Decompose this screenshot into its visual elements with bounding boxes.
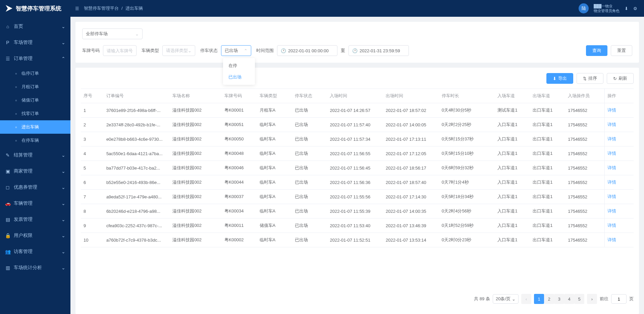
nav-icon: ✎ [5, 152, 10, 158]
detail-link[interactable]: 详情 [607, 208, 616, 213]
sidebar-item-2[interactable]: ☰订单管理⌃ [0, 51, 70, 67]
sidebar-item-6[interactable]: 🚗车辆管理⌄ [0, 195, 70, 211]
download-icon[interactable]: ⬇ [625, 6, 628, 11]
parking-lot-select[interactable]: 全部停车场⌄ [82, 28, 143, 39]
detail-link[interactable]: 详情 [607, 136, 616, 141]
nav-icon: 👥 [5, 249, 10, 254]
user-avatar[interactable]: 陆 [579, 3, 589, 13]
page-button[interactable]: 4 [564, 294, 574, 304]
sidebar: ⌂首页⌄P车场管理⌄☰订单管理⌃▫临停订单▫月租订单▫储值订单▫找零订单▫进出车… [0, 17, 70, 314]
sidebar-item-8[interactable]: 🔒用户权限⌄ [0, 228, 70, 244]
table-row: 5ba77dd77-b03e-417c-ba2...溢佳科技园002粤K0004… [81, 161, 634, 175]
time-to-label: 至 [341, 48, 345, 54]
user-info: ███一物业物业管理员角色 [594, 4, 620, 13]
table-row: 10a760b72f-c7c9-4378-b3dc...溢佳科技园002粤K00… [81, 233, 634, 247]
page-button[interactable]: 1 [534, 294, 544, 304]
col-header: 序号 [81, 89, 104, 103]
sidebar-sub-1[interactable]: ▫月租订单 [0, 80, 70, 93]
nav-icon: ▫ [13, 71, 19, 76]
sidebar-item-0[interactable]: ⌂首页⌄ [0, 18, 70, 35]
sidebar-item-7[interactable]: ▤发票管理⌄ [0, 211, 70, 228]
nav-icon: 🔒 [5, 233, 10, 238]
end-date-input[interactable]: 🕐2022-01-31 23:59:59 [348, 45, 409, 56]
detail-link[interactable]: 详情 [607, 151, 616, 156]
table-row: 9cfea903c-2252-437c-987c-...溢佳科技园002粤K00… [81, 218, 634, 233]
data-table: 序号订单编号车场名称车牌号码车辆类型停车状态入场时间出场时间停车时长入场车道出场… [81, 89, 634, 247]
status-label: 停车状态 [200, 48, 218, 54]
filter-card: 全部停车场⌄ 车牌号码 车辆类型 请选择类型⌄ 停车状态 已出场⌃ 在停 已出场 [75, 22, 639, 63]
page-button[interactable]: 5 [574, 294, 584, 304]
col-header: 车场名称 [170, 89, 221, 103]
menu-toggle-icon[interactable]: ☰ [70, 6, 84, 11]
plate-input[interactable] [103, 45, 137, 56]
breadcrumb: 智慧停车管理平台/进出车辆 [84, 5, 143, 11]
sidebar-item-1[interactable]: P车场管理⌄ [0, 35, 70, 51]
detail-link[interactable]: 详情 [607, 165, 616, 170]
nav-icon: ☰ [5, 56, 10, 61]
nav-icon: ▫ [13, 84, 19, 89]
breadcrumb-current: 进出车辆 [125, 6, 143, 11]
sidebar-sub-3[interactable]: ▫找零订单 [0, 107, 70, 120]
detail-link[interactable]: 详情 [607, 180, 616, 185]
dropdown-option-parked[interactable]: 在停 [223, 60, 255, 71]
export-button[interactable]: ⬇导出 [546, 73, 573, 84]
chevron-icon: ⌄ [61, 217, 65, 222]
chevron-icon: ⌄ [61, 185, 65, 190]
detail-link[interactable]: 详情 [607, 223, 616, 228]
col-header: 停车时长 [439, 89, 495, 103]
chevron-icon: ⌄ [61, 40, 65, 45]
settings-icon[interactable]: ⚙ [633, 6, 637, 11]
sidebar-sub-2[interactable]: ▫储值订单 [0, 93, 70, 107]
page-button[interactable]: 2 [544, 294, 554, 304]
next-page-button[interactable]: › [587, 294, 597, 304]
sidebar-item-9[interactable]: 👥访客管理⌄ [0, 244, 70, 260]
goto-prefix: 前往 [600, 296, 608, 302]
table-row: 86b20246d-e218-4796-a98...溢佳科技园002粤K0003… [81, 204, 634, 218]
refresh-button[interactable]: ↻刷新 [607, 73, 634, 84]
col-header: 入场时间 [327, 89, 383, 103]
goto-page-input[interactable] [611, 294, 627, 304]
detail-link[interactable]: 详情 [607, 194, 616, 199]
page-size-select[interactable]: 20条/页⌄ [493, 294, 519, 304]
sidebar-sub-4[interactable]: ▫进出车辆 [0, 120, 70, 134]
col-header: 停车状态 [292, 89, 327, 103]
type-label: 车辆类型 [142, 48, 159, 54]
sort-button[interactable]: ⇅排序 [577, 73, 603, 84]
start-date-input[interactable]: 🕐2022-01-01 00:00:00 [277, 45, 337, 56]
sidebar-sub-0[interactable]: ▫临停订单 [0, 67, 70, 80]
table-row: 45ac550e1-6daa-4121-a7ba...溢佳科技园002粤K000… [81, 146, 634, 161]
chevron-icon: ⌃ [61, 56, 65, 61]
nav-icon: ▣ [5, 169, 10, 174]
detail-link[interactable]: 详情 [607, 237, 616, 242]
clock-icon: 🕐 [352, 48, 358, 53]
sidebar-sub-5[interactable]: ▫在停车辆 [0, 134, 70, 147]
col-header: 入场车道 [495, 89, 530, 103]
prev-page-button[interactable]: ‹ [521, 294, 531, 304]
type-select[interactable]: 请选择类型⌄ [162, 45, 195, 56]
chevron-icon: ⌄ [61, 233, 65, 238]
breadcrumb-root[interactable]: 智慧停车管理平台 [84, 6, 119, 11]
col-header: 出场时间 [383, 89, 439, 103]
detail-link[interactable]: 详情 [607, 108, 616, 113]
sidebar-item-3[interactable]: ✎结算管理⌄ [0, 147, 70, 163]
page-button[interactable]: 3 [554, 294, 564, 304]
reset-button[interactable]: 重置 [611, 45, 632, 56]
refresh-icon: ↻ [613, 76, 617, 81]
chevron-icon: ⌄ [61, 152, 65, 158]
sidebar-item-5[interactable]: ◻优惠券管理⌄ [0, 179, 70, 195]
table-row: 7a9eda52f-171e-479e-a480...溢佳科技园002粤K000… [81, 190, 634, 204]
chevron-icon: ⌄ [61, 265, 65, 270]
sidebar-item-10[interactable]: ▥车场统计分析⌄ [0, 260, 70, 276]
pagination: 共 89 条 20条/页⌄ ‹ 12345 › 前往 页 [81, 289, 634, 309]
col-header: 操作 [604, 89, 634, 103]
nav-icon: ▥ [5, 265, 10, 270]
status-select[interactable]: 已出场⌃ [221, 45, 251, 56]
table-row: 137601e89-2f16-498a-b6ff-...溢佳科技园002粤K00… [81, 103, 634, 118]
logo-icon [5, 4, 13, 12]
table-row: 22e3374ff-28c0-492b-b1fe-...溢佳科技园002粤K00… [81, 118, 634, 132]
detail-link[interactable]: 详情 [607, 122, 616, 127]
sidebar-item-4[interactable]: ▣商家管理⌄ [0, 163, 70, 179]
dropdown-option-exited[interactable]: 已出场 [223, 71, 255, 83]
search-button[interactable]: 查询 [586, 45, 607, 56]
nav-icon: ◻ [5, 185, 10, 190]
